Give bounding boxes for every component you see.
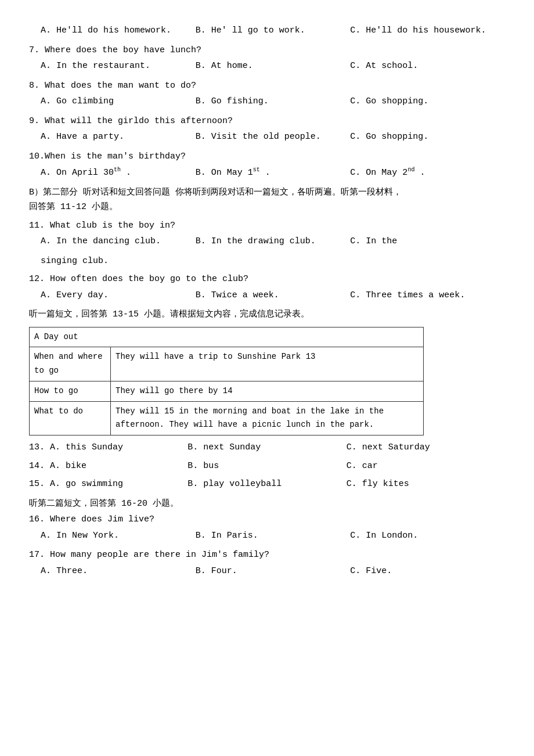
q16-option-a: A. In New York. xyxy=(41,528,196,543)
q9-option-c: C. Go shopping. xyxy=(350,129,505,145)
q10-option-b: B. On May 1st . xyxy=(196,165,351,181)
question-12: 12. How often does the boy go to the clu… xyxy=(29,272,505,303)
q7-options: A. In the restaurant. B. At home. C. At … xyxy=(29,59,505,74)
table-row-1: When and where to go They will have a tr… xyxy=(30,347,424,381)
table-row-2: How to go They will go there by 14 xyxy=(30,381,424,401)
q15-option-b: B. play volleyball xyxy=(187,477,346,492)
q8-option-c: C. Go shopping. xyxy=(350,94,505,109)
table-row1-col1: When and where to go xyxy=(30,347,111,381)
q12-option-a: A. Every day. xyxy=(41,288,196,303)
table-row3-col2: They will 15 in the morning and boat in … xyxy=(111,401,424,435)
q15-option-c: C. fly kites xyxy=(347,477,505,492)
q16-options: A. In New York. B. In Paris. C. In Londo… xyxy=(29,528,505,543)
q10-options: A. On April 30th . B. On May 1st . C. On… xyxy=(29,165,505,181)
q14-option-c: C. car xyxy=(347,459,505,474)
q9-options: A. Have a party. B. Visit the old people… xyxy=(29,129,505,145)
q11-option-a: A. In the dancing club. xyxy=(41,234,196,249)
section-b-header: B）第二部分 听对话和短文回答问题 你将听到两段对话和一篇短文，各听两遍。听第一… xyxy=(29,185,505,215)
q9-option-a: A. Have a party. xyxy=(41,129,196,145)
q16-text: 16. Where does Jim live? xyxy=(29,512,505,527)
q17-option-a: A. Three. xyxy=(41,564,196,579)
q11-option-b: B. In the drawing club. xyxy=(196,234,351,249)
q8-option-a: A. Go climbing xyxy=(41,94,196,109)
question-11: 11. What club is the boy in? A. In the d… xyxy=(29,218,505,269)
section-b-line2: 回答第 11-12 小题。 xyxy=(29,200,505,215)
section-b-line1: B）第二部分 听对话和短文回答问题 你将听到两段对话和一篇短文，各听两遍。听第一… xyxy=(29,185,505,200)
q10-option-a: A. On April 30th . xyxy=(41,165,196,181)
table-row2-col2: They will go there by 14 xyxy=(111,381,424,401)
q15-options: 15. A. go swimming B. play volleyball C.… xyxy=(29,477,505,492)
table-row1-col2: They will have a trip to Sunshine Park 1… xyxy=(111,347,424,381)
q12-options: A. Every day. B. Twice a week. C. Three … xyxy=(29,288,505,303)
instruction-16-20: 听第二篇短文，回答第 16-20 小题。 xyxy=(29,496,505,512)
question-7: 7. Where does the boy have lunch? A. In … xyxy=(29,43,505,74)
q17-text: 17. How many people are there in Jim's f… xyxy=(29,548,505,563)
q11-options: A. In the dancing club. B. In the drawin… xyxy=(29,234,505,249)
header-option-b: B. He' ll go to work. xyxy=(196,23,351,38)
question-10: 10.When is the man's birthday? A. On Apr… xyxy=(29,149,505,181)
question-16: 16. Where does Jim live? A. In New York.… xyxy=(29,512,505,543)
q7-option-b: B. At home. xyxy=(196,59,351,74)
q16-option-c: C. In London. xyxy=(350,528,505,543)
q10-option-c: C. On May 2nd . xyxy=(350,165,505,181)
q7-option-a: A. In the restaurant. xyxy=(41,59,196,74)
q11-option-c: C. In the xyxy=(350,234,505,249)
q14-option-a: 14. A. bike xyxy=(29,459,187,474)
q11-continued: singing club. xyxy=(29,254,505,269)
table-title: A Day out xyxy=(30,327,424,347)
table-title-row: A Day out xyxy=(30,327,424,347)
q14-option-b: B. bus xyxy=(187,459,346,474)
q9-text: 9. What will the girldo this afternoon? xyxy=(29,114,505,129)
instruction-13-15: 听一篇短文，回答第 13-15 小题。请根据短文内容，完成信息记录表。 xyxy=(29,307,505,322)
table-row-3: What to do They will 15 in the morning a… xyxy=(30,401,424,435)
q7-text: 7. Where does the boy have lunch? xyxy=(29,43,505,58)
q12-text: 12. How often does the boy go to the clu… xyxy=(29,272,505,287)
q11-text: 11. What club is the boy in? xyxy=(29,218,505,233)
q13-option-a: 13. A. this Sunday xyxy=(29,440,187,455)
q15-option-a: 15. A. go swimming xyxy=(29,477,187,492)
question-8: 8. What does the man want to do? A. Go c… xyxy=(29,78,505,109)
q12-option-b: B. Twice a week. xyxy=(196,288,351,303)
header-options: A. He'll do his homework. B. He' ll go t… xyxy=(29,23,505,38)
q12-option-c: C. Three times a week. xyxy=(350,288,505,303)
question-9: 9. What will the girldo this afternoon? … xyxy=(29,114,505,145)
q7-option-c: C. At school. xyxy=(350,59,505,74)
table-row3-col1: What to do xyxy=(30,401,111,435)
header-option-c: C. He'll do his housework. xyxy=(350,23,505,38)
q8-option-b: B. Go fishing. xyxy=(196,94,351,109)
q10-text: 10.When is the man's birthday? xyxy=(29,149,505,164)
q8-text: 8. What does the man want to do? xyxy=(29,78,505,93)
question-17: 17. How many people are there in Jim's f… xyxy=(29,548,505,578)
q13-option-b: B. next Sunday xyxy=(187,440,346,455)
q17-option-c: C. Five. xyxy=(350,564,505,579)
q17-option-b: B. Four. xyxy=(196,564,351,579)
q13-options: 13. A. this Sunday B. next Sunday C. nex… xyxy=(29,440,505,455)
day-out-table: A Day out When and where to go They will… xyxy=(29,327,424,436)
q13-option-c: C. next Saturday xyxy=(347,440,505,455)
q17-options: A. Three. B. Four. C. Five. xyxy=(29,564,505,579)
header-option-a: A. He'll do his homework. xyxy=(41,23,196,38)
table-row2-col1: How to go xyxy=(30,381,111,401)
q14-options: 14. A. bike B. bus C. car xyxy=(29,459,505,474)
q16-option-b: B. In Paris. xyxy=(196,528,351,543)
q9-option-b: B. Visit the old people. xyxy=(196,129,351,145)
q8-options: A. Go climbing B. Go fishing. C. Go shop… xyxy=(29,94,505,109)
